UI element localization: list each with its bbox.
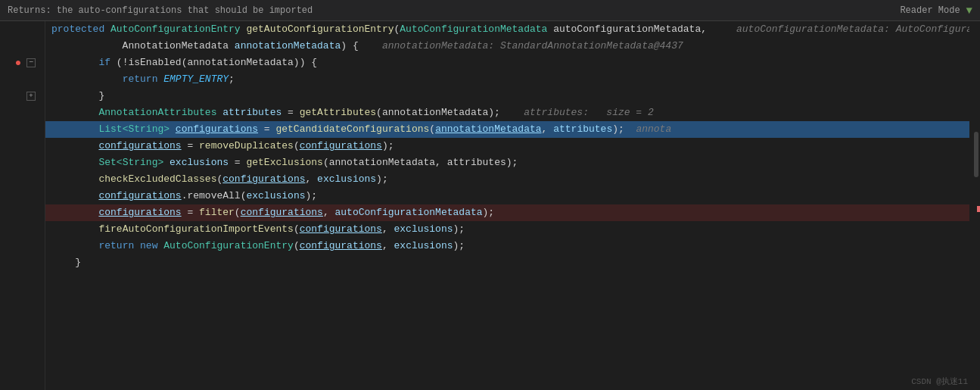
token-15-1: } bbox=[51, 254, 81, 271]
scrollbar-thumb[interactable] bbox=[974, 132, 978, 177]
token-7-7: , bbox=[542, 121, 554, 138]
code-line-10: checkExcludedClasses(configurations, exc… bbox=[45, 171, 969, 188]
token-11-3: exclusions bbox=[246, 188, 305, 204]
watermark: CSDN @执迷11 bbox=[911, 376, 968, 387]
code-line-8: configurations = removeDuplicates(config… bbox=[45, 138, 969, 154]
code-line-13: fireAutoConfigurationImportEvents(config… bbox=[45, 221, 969, 238]
token-8-6: ); bbox=[382, 138, 394, 154]
token-12-0 bbox=[51, 204, 98, 221]
gutter-line-5: + bbox=[0, 88, 39, 105]
token-10-3: configurations bbox=[222, 171, 305, 188]
token-12-3: filter bbox=[199, 204, 235, 221]
code-line-12: configurations = filter(configurations, … bbox=[45, 204, 969, 221]
reader-mode-button[interactable]: Reader Mode bbox=[900, 5, 960, 16]
token-11-4: ); bbox=[305, 188, 317, 204]
minimap-indicator bbox=[977, 206, 980, 212]
code-line-2: AnnotationMetadata annotationMetadata) {… bbox=[45, 38, 969, 55]
code-line-7: List<String> configurations = getCandida… bbox=[45, 121, 969, 138]
token-7-2: configurations bbox=[176, 121, 258, 138]
gutter-line-12 bbox=[0, 204, 39, 221]
line-gutter: ● − + bbox=[0, 21, 45, 390]
token-8-5: configurations bbox=[300, 138, 382, 154]
token-7-0 bbox=[51, 121, 98, 138]
code-line-6: AnnotationAttributes attributes = getAtt… bbox=[45, 105, 969, 121]
token-6-1: AnnotationAttributes bbox=[98, 105, 222, 121]
token-12-8: ); bbox=[483, 204, 495, 221]
fold-icon-3[interactable]: − bbox=[26, 58, 36, 67]
token-6-5: (annotationMetadata); bbox=[376, 105, 500, 121]
token-13-3: configurations bbox=[300, 221, 382, 238]
token-1-4: ( bbox=[394, 21, 400, 38]
token-4-3: ; bbox=[229, 71, 235, 88]
token-2-3: ) { bbox=[341, 38, 358, 55]
token-11-0 bbox=[51, 188, 98, 204]
token-12-7: autoConfigurationMetadata bbox=[335, 204, 483, 221]
token-10-1: checkExcludedClasses bbox=[98, 171, 216, 188]
token-13-1: fireAutoConfigurationImportEvents bbox=[98, 221, 293, 238]
token-8-0 bbox=[51, 138, 98, 154]
code-area: ● − + bbox=[0, 21, 980, 390]
gutter-line-3: ● − bbox=[0, 55, 39, 71]
token-2-4: annotationMetadata: StandardAnnotationMe… bbox=[359, 38, 683, 55]
gutter-line-8 bbox=[0, 138, 39, 154]
token-9-2: exclusions bbox=[170, 154, 229, 171]
token-12-6: , bbox=[323, 204, 335, 221]
token-6-6: attributes: size = 2 bbox=[500, 105, 654, 121]
top-bar: Returns: the auto-configurations that sh… bbox=[0, 0, 980, 21]
token-14-0 bbox=[51, 238, 98, 254]
token-6-2: attributes bbox=[222, 105, 282, 121]
token-10-2: ( bbox=[216, 171, 222, 188]
code-line-4: return EMPTY_ENTRY; bbox=[45, 71, 969, 88]
token-6-3: = bbox=[282, 105, 299, 121]
token-14-7: exclusions bbox=[394, 238, 453, 254]
token-8-3: removeDuplicates bbox=[199, 138, 294, 154]
gutter-line-7 bbox=[0, 121, 39, 138]
gutter-line-10 bbox=[0, 171, 39, 188]
fold-icon-5[interactable]: + bbox=[26, 92, 36, 101]
gutter-line-1 bbox=[0, 21, 39, 38]
token-13-6: ); bbox=[453, 221, 465, 238]
top-bar-right: Reader Mode ▼ bbox=[900, 5, 972, 17]
token-14-6: , bbox=[382, 238, 394, 254]
editor-container: Returns: the auto-configurations that sh… bbox=[0, 0, 980, 390]
code-line-5: } bbox=[45, 88, 969, 105]
scrollbar-right[interactable] bbox=[969, 21, 980, 390]
token-12-2: = bbox=[182, 204, 199, 221]
token-12-1: configurations bbox=[98, 204, 181, 221]
token-3-1 bbox=[51, 55, 98, 71]
code-line-15: } bbox=[45, 254, 969, 271]
token-7-10: annota bbox=[624, 121, 671, 138]
token-10-4: , bbox=[305, 171, 317, 188]
token-1-1: protected bbox=[51, 21, 110, 38]
token-3-2: if bbox=[98, 55, 116, 71]
reader-mode-icon[interactable]: ▼ bbox=[966, 5, 972, 17]
token-11-2: .removeAll( bbox=[182, 188, 247, 204]
token-7-3: = bbox=[258, 121, 275, 138]
token-14-1: return bbox=[98, 238, 140, 254]
token-13-5: exclusions bbox=[394, 221, 453, 238]
gutter-line-11 bbox=[0, 188, 39, 204]
token-7-5: ( bbox=[429, 121, 435, 138]
token-5-1: } bbox=[51, 88, 104, 105]
token-2-2: annotationMetadata bbox=[235, 38, 341, 55]
breakpoint-icon-3[interactable]: ● bbox=[13, 58, 23, 68]
token-10-5: exclusions bbox=[317, 171, 376, 188]
token-1-5: AutoConfigurationMetadata bbox=[400, 21, 547, 38]
code-line-11: configurations.removeAll(exclusions); bbox=[45, 188, 969, 204]
token-14-5: configurations bbox=[300, 238, 382, 254]
gutter-line-13 bbox=[0, 221, 39, 238]
token-10-0 bbox=[51, 171, 98, 188]
gutter-line-4 bbox=[0, 71, 39, 88]
token-3-3: (!isEnabled(annotationMetadata)) { bbox=[117, 55, 317, 71]
token-13-4: , bbox=[382, 221, 394, 238]
token-1-3: getAutoConfigurationEntry bbox=[246, 21, 394, 38]
token-7-6: annotationMetadata bbox=[435, 121, 541, 138]
code-lines: protected AutoConfigurationEntry getAuto… bbox=[45, 21, 969, 390]
gutter-line-2 bbox=[0, 38, 39, 55]
token-7-9: ); bbox=[612, 121, 624, 138]
token-13-2: ( bbox=[294, 221, 300, 238]
gutter-line-9 bbox=[0, 154, 39, 171]
token-4-0 bbox=[51, 71, 123, 88]
code-line-1: protected AutoConfigurationEntry getAuto… bbox=[45, 21, 969, 38]
token-1-2: AutoConfigurationEntry bbox=[110, 21, 246, 38]
